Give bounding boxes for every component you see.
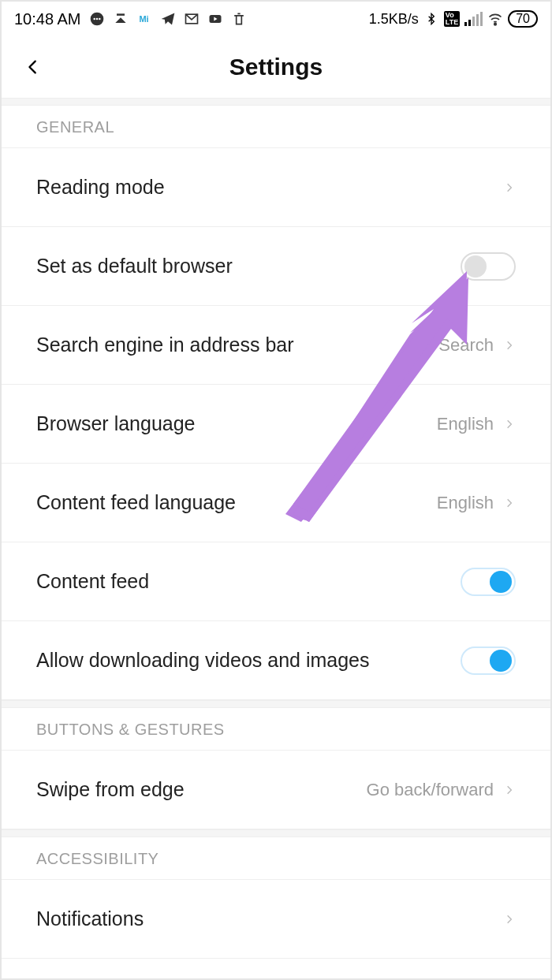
row-label: Browser language [36,412,196,435]
svg-point-7 [494,23,497,24]
status-time: 10:48 AM [14,10,81,28]
row-label: Swipe from edge [36,778,185,801]
chevron-right-icon [503,413,516,435]
row-label: Content feed language [36,491,236,514]
row-reading-mode[interactable]: Reading mode [2,148,550,227]
chevron-right-icon [503,177,516,199]
chevron-right-icon [503,908,516,930]
data-rate: 1.5KB/s [369,11,419,28]
section-header-general: GENERAL [2,106,550,148]
page-title: Settings [2,54,550,80]
row-label: Notifications [36,907,144,930]
row-label: Search engine in address bar [36,333,294,356]
status-bar: 10:48 AM Mi 1.5KB/s VoLTE 70 [2,2,550,36]
row-label: Allow downloading videos and images [36,649,370,672]
svg-point-2 [95,18,98,20]
chevron-right-icon [503,492,516,514]
row-value: Search [438,335,494,356]
row-notifications[interactable]: Notifications [2,880,550,959]
volte-icon: VoLTE [444,11,460,27]
chevron-right-icon [503,334,516,356]
bluetooth-icon [423,11,439,27]
app-header: Settings [2,36,550,98]
toggle-default-browser[interactable] [461,252,516,281]
gmail-icon [184,11,200,27]
section-header-gestures: BUTTONS & GESTURES [2,708,550,751]
cast-icon [113,11,129,27]
row-value: English [437,414,494,434]
row-label: Reading mode [36,176,165,199]
svg-rect-4 [117,13,125,16]
chat-icon [89,11,105,27]
row-allow-downloading[interactable]: Allow downloading videos and images [2,621,550,700]
row-default-browser[interactable]: Set as default browser [2,227,550,306]
toggle-content-feed[interactable] [461,568,516,596]
section-header-accessibility: ACCESSIBILITY [2,837,550,880]
row-value: English [437,493,494,513]
row-browser-language[interactable]: Browser language English [2,385,550,464]
svg-point-3 [99,18,101,20]
row-label: Set as default browser [36,255,233,278]
battery-indicator: 70 [508,10,538,28]
trash-icon [231,11,247,27]
row-search-engine[interactable]: Search engine in address bar Search [2,306,550,385]
mi-credit-icon: Mi [136,11,152,27]
svg-point-1 [93,18,95,20]
youtube-icon [207,11,223,27]
telegram-icon [160,11,176,27]
row-value: Go back/forward [367,780,494,800]
row-content-feed[interactable]: Content feed [2,542,550,621]
row-content-feed-language[interactable]: Content feed language English [2,464,550,542]
chevron-right-icon [503,779,516,801]
row-swipe-edge[interactable]: Swipe from edge Go back/forward [2,751,550,829]
toggle-allow-download[interactable] [461,647,516,675]
row-label: Content feed [36,570,149,593]
signal-icon [464,12,483,26]
wifi-icon [487,11,503,27]
